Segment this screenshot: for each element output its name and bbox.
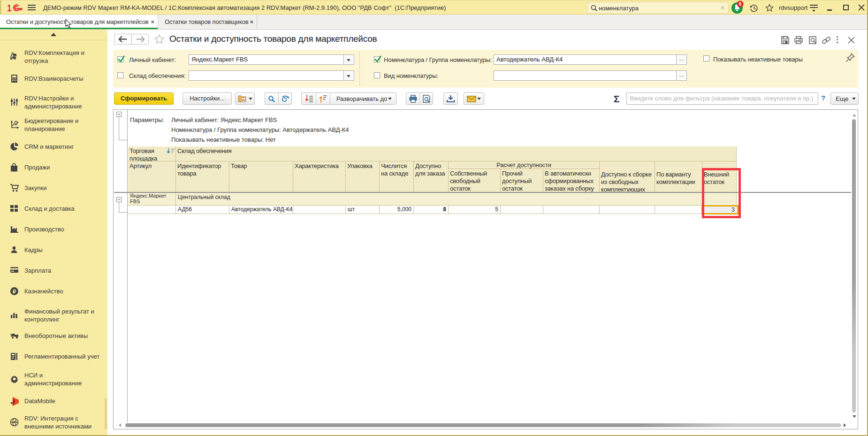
- svg-text:₽: ₽: [13, 289, 16, 294]
- svg-text:6: 6: [739, 1, 742, 7]
- svg-text:₽: ₽: [15, 121, 17, 124]
